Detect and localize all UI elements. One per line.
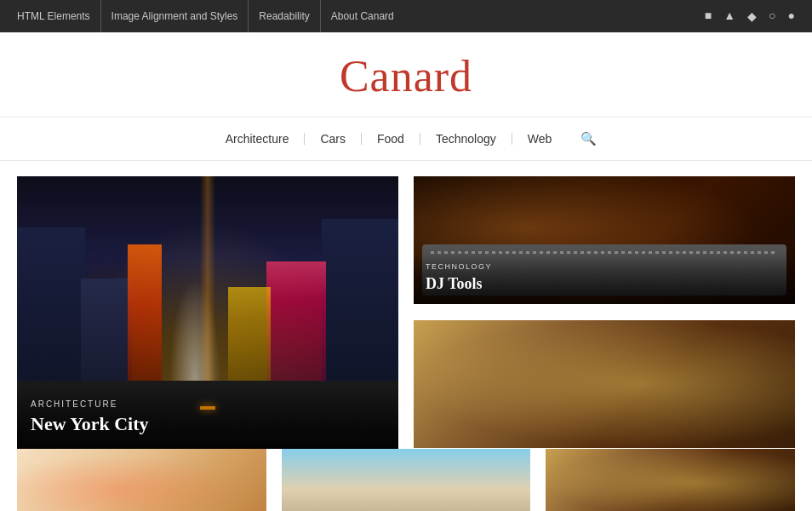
featured-card-overlay: ARCHITECTURE New York City [17,388,398,449]
dj-card[interactable]: TECHNOLOGY DJ Tools [414,176,795,304]
food-image [17,449,266,511]
nav-image-alignment[interactable]: Image Alignment and Styles [101,0,249,32]
googleplus-icon[interactable]: ◆ [747,9,757,24]
thumb-car2[interactable] [546,449,795,511]
beach-image [282,449,531,511]
smoke-effect [169,278,220,381]
car-card[interactable] [414,320,795,448]
top-bar: HTML Elements Image Alignment and Styles… [0,0,812,32]
dj-category: TECHNOLOGY [426,262,783,271]
nav-about[interactable]: About Canard [321,0,404,32]
bottom-row [0,449,812,511]
main-nav: Architecture Cars Food Technology Web 🔍 [0,118,812,161]
nav-readability[interactable]: Readability [249,0,320,32]
logo-area: Canard [0,32,812,118]
dj-title: DJ Tools [426,275,783,294]
nav-html-elements[interactable]: HTML Elements [17,0,101,32]
car2-image [546,449,795,511]
thumb-food[interactable] [17,449,266,511]
search-button[interactable]: 🔍 [575,129,602,148]
car-image [414,320,795,448]
content-area: ARCHITECTURE New York City TECHNOLOGY DJ… [0,161,812,449]
nav-food[interactable]: Food [362,133,420,145]
social-icons: ■ ▲ ◆ ○ ● [705,9,795,24]
site-title[interactable]: Canard [0,51,812,101]
pinterest-icon[interactable]: ● [788,9,795,23]
nav-web[interactable]: Web [512,133,568,145]
facebook-icon[interactable]: ■ [705,9,712,23]
nav-architecture[interactable]: Architecture [210,133,306,145]
nav-technology[interactable]: Technology [420,133,512,145]
instagram-icon[interactable]: ○ [769,9,775,23]
top-nav: HTML Elements Image Alignment and Styles… [17,0,404,32]
thumb-beach[interactable] [282,449,531,511]
twitter-icon[interactable]: ▲ [723,9,735,23]
featured-card[interactable]: ARCHITECTURE New York City [17,176,398,449]
featured-category: ARCHITECTURE [31,399,385,409]
dj-card-overlay: TECHNOLOGY DJ Tools [414,254,795,304]
nav-cars[interactable]: Cars [305,133,362,145]
featured-title: New York City [31,413,385,435]
